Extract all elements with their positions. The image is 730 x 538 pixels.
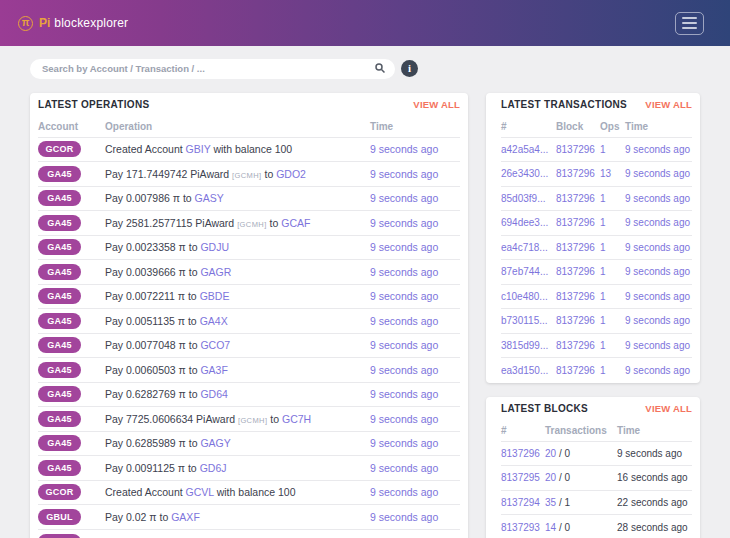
menu-button[interactable] xyxy=(675,12,704,35)
account-link[interactable]: GC7H xyxy=(282,413,311,425)
account-badge[interactable]: GBUL xyxy=(38,509,81,525)
block-link[interactable]: 8137296 xyxy=(556,193,600,204)
transaction-hash-link[interactable]: 26e3430... xyxy=(501,168,556,179)
blocks-view-all-link[interactable]: VIEW ALL xyxy=(645,403,692,414)
ops-count: 1 xyxy=(600,315,625,326)
account-link[interactable]: GAGR xyxy=(200,266,231,278)
account-link[interactable]: GD6J xyxy=(200,462,227,474)
operation-text: Pay 0.6285989 π to GAGY xyxy=(105,437,370,449)
account-badge[interactable]: GCOR xyxy=(38,141,81,157)
block-transactions: 35 / 1 xyxy=(545,497,617,508)
account-badge[interactable]: GA45 xyxy=(38,215,81,231)
info-icon[interactable]: i xyxy=(401,60,418,77)
block-transactions: 20 / 0 xyxy=(545,472,617,483)
operations-view-all-link[interactable]: VIEW ALL xyxy=(413,99,460,110)
account-link[interactable]: GASY xyxy=(195,192,224,204)
operation-time: 9 seconds ago xyxy=(370,486,460,498)
transaction-hash-link[interactable]: 87eb744... xyxy=(501,266,556,277)
block-time: 9 seconds ago xyxy=(617,448,692,459)
operation-time: 9 seconds ago xyxy=(370,241,460,253)
transaction-hash-link[interactable]: 694dee3... xyxy=(501,217,556,228)
operation-time: 9 seconds ago xyxy=(370,364,460,376)
block-time: 22 seconds ago xyxy=(617,497,692,508)
transactions-view-all-link[interactable]: VIEW ALL xyxy=(645,99,692,110)
account-badge[interactable]: GCOR xyxy=(38,484,81,500)
col-block-time: Time xyxy=(617,425,692,436)
block-link[interactable]: 8137296 xyxy=(556,291,600,302)
account-badge[interactable]: GA45 xyxy=(38,288,81,304)
account-link[interactable]: GCAF xyxy=(281,217,310,229)
operation-text: Created Account GBIY with balance 100 xyxy=(105,143,370,155)
account-badge[interactable]: GA45 xyxy=(38,435,81,451)
account-badge[interactable]: GA45 xyxy=(38,239,81,255)
operations-table-header: Account Operation Time xyxy=(38,116,460,138)
operation-row: GA45 Pay 2581.2577115 PiAward [GCMH] to … xyxy=(38,211,460,236)
transaction-hash-link[interactable]: c10e480... xyxy=(501,291,556,302)
transaction-hash-link[interactable]: 85d03f9... xyxy=(501,193,556,204)
transaction-hash-link[interactable]: a42a5a4... xyxy=(501,144,556,155)
operation-row: GA45 Pay 0.0091125 π to GD6J 9 seconds a… xyxy=(38,456,460,481)
account-link[interactable]: GA4X xyxy=(200,315,228,327)
block-link[interactable]: 8137296 xyxy=(556,340,600,351)
account-badge[interactable]: GA45 xyxy=(38,166,81,182)
block-number-link[interactable]: 8137293 xyxy=(501,522,545,533)
block-link[interactable]: 8137296 xyxy=(556,168,600,179)
operation-text: Created Account GCVL with balance 100 xyxy=(105,486,370,498)
transaction-row: c10e480... 8137296 1 9 seconds ago xyxy=(501,285,692,310)
block-number-link[interactable]: 8137295 xyxy=(501,472,545,483)
col-operation: Operation xyxy=(105,121,370,132)
account-badge[interactable]: GA45 xyxy=(38,460,81,476)
operation-row: GA45 Pay 0.0077048 π to GCO7 9 seconds a… xyxy=(38,334,460,359)
transaction-hash-link[interactable]: b730115... xyxy=(501,315,556,326)
brand[interactable]: π Pi blockexplorer xyxy=(18,16,128,31)
account-badge[interactable]: GA45 xyxy=(38,337,81,353)
block-row: 8137296 20 / 0 9 seconds ago xyxy=(501,442,692,467)
account-link[interactable]: GCO7 xyxy=(200,339,230,351)
transaction-row: 85d03f9... 8137296 1 9 seconds ago xyxy=(501,187,692,212)
account-badge[interactable]: GAJX xyxy=(38,534,81,538)
account-badge[interactable]: GA45 xyxy=(38,264,81,280)
block-link[interactable]: 8137296 xyxy=(556,242,600,253)
operation-text: Pay 0.0023358 π to GDJU xyxy=(105,241,370,253)
block-link[interactable]: 8137296 xyxy=(556,315,600,326)
block-number-link[interactable]: 8137294 xyxy=(501,497,545,508)
search-icon[interactable] xyxy=(374,62,386,74)
operation-row: GA45 Pay 0.0051135 π to GA4X 9 seconds a… xyxy=(38,309,460,334)
search-input[interactable] xyxy=(30,59,395,79)
account-link[interactable]: GBDE xyxy=(200,290,230,302)
block-link[interactable]: 8137296 xyxy=(556,144,600,155)
transaction-hash-link[interactable]: ea4c718... xyxy=(501,242,556,253)
transaction-row: ea3d150... 8137296 1 9 seconds ago xyxy=(501,358,692,383)
account-badge[interactable]: GA45 xyxy=(38,386,81,402)
block-number-link[interactable]: 8137296 xyxy=(501,448,545,459)
block-link[interactable]: 8137296 xyxy=(556,217,600,228)
transaction-row: ea4c718... 8137296 1 9 seconds ago xyxy=(501,236,692,261)
ops-count: 1 xyxy=(600,266,625,277)
operation-text: Pay 0.0060503 π to GA3F xyxy=(105,364,370,376)
ops-count: 1 xyxy=(600,340,625,351)
account-link[interactable]: GA3F xyxy=(200,364,227,376)
account-link[interactable]: GAXF xyxy=(171,511,200,523)
account-link[interactable]: GCVL xyxy=(186,486,214,498)
account-link[interactable]: GDO2 xyxy=(276,168,306,180)
operation-row: GBUL Pay 0.02 π to GAXF 9 seconds ago xyxy=(38,505,460,530)
transaction-hash-link[interactable]: 3815d99... xyxy=(501,340,556,351)
account-link[interactable]: GAGY xyxy=(200,437,230,449)
operation-text: Pay 0.0072211 π to GBDE xyxy=(105,290,370,302)
ops-count: 1 xyxy=(600,193,625,204)
transaction-time: 9 seconds ago xyxy=(625,315,692,326)
account-badge[interactable]: GA45 xyxy=(38,313,81,329)
block-link[interactable]: 8137296 xyxy=(556,365,600,376)
block-link[interactable]: 8137296 xyxy=(556,266,600,277)
col-block: Block xyxy=(556,121,600,132)
search-box xyxy=(30,58,395,79)
account-link[interactable]: GDJU xyxy=(200,241,229,253)
account-badge[interactable]: GA45 xyxy=(38,411,81,427)
account-link[interactable]: GBIY xyxy=(186,143,211,155)
col-account: Account xyxy=(38,121,105,132)
account-badge[interactable]: GA45 xyxy=(38,362,81,378)
transaction-hash-link[interactable]: ea3d150... xyxy=(501,365,556,376)
account-badge[interactable]: GA45 xyxy=(38,190,81,206)
ops-count: 1 xyxy=(600,144,625,155)
account-link[interactable]: GD64 xyxy=(200,388,227,400)
